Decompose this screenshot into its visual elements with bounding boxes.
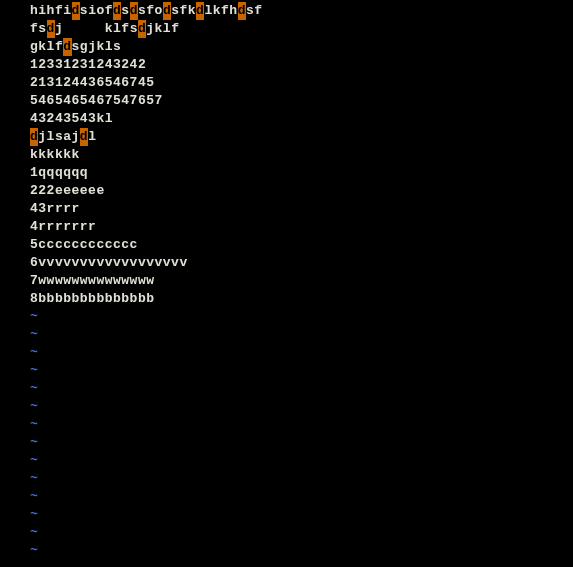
text-segment: 222eeeeee (30, 183, 105, 198)
editor-line[interactable]: kkkkkk (0, 146, 573, 164)
editor-line[interactable]: 6vvvvvvvvvvvvvvvvvv (0, 254, 573, 272)
text-segment: lkfh (204, 3, 237, 18)
tilde-marker: ~ (30, 417, 38, 432)
empty-line: ~ (0, 434, 573, 452)
editor-line[interactable]: 7wwwwwwwwwwwwww (0, 272, 573, 290)
empty-line: ~ (0, 506, 573, 524)
text-segment: 12331231243242 (30, 57, 146, 72)
search-highlight: d (238, 2, 246, 20)
text-segment: jklf (146, 21, 179, 36)
empty-line: ~ (0, 380, 573, 398)
text-segment: 1qqqqqq (30, 165, 88, 180)
empty-line: ~ (0, 344, 573, 362)
text-segment: hihfi (30, 3, 72, 18)
tilde-marker: ~ (30, 525, 38, 540)
editor-line[interactable]: fsdj klfsdjklf (0, 20, 573, 38)
tilde-marker: ~ (30, 327, 38, 342)
text-segment: jlsaj (38, 129, 80, 144)
text-segment: 4rrrrrrr (30, 219, 96, 234)
tilde-marker: ~ (30, 471, 38, 486)
text-segment: 5465465467547657 (30, 93, 163, 108)
text-segment: 8bbbbbbbbbbbbbb (30, 291, 155, 306)
search-highlight: d (138, 20, 146, 38)
editor-line[interactable]: 1qqqqqq (0, 164, 573, 182)
text-segment: sfk (171, 3, 196, 18)
tilde-marker: ~ (30, 507, 38, 522)
text-segment: j klfs (55, 21, 138, 36)
editor-line[interactable]: gklfdsgjkls (0, 38, 573, 56)
search-highlight: d (163, 2, 171, 20)
editor-line[interactable]: 5465465467547657 (0, 92, 573, 110)
editor-line[interactable]: djlsajdl (0, 128, 573, 146)
text-segment: 213124436546745 (30, 75, 155, 90)
editor-line[interactable]: 43243543kl (0, 110, 573, 128)
tilde-marker: ~ (30, 489, 38, 504)
editor-empty-lines-area: ~~~~~~~~~~~~~~ (0, 308, 573, 560)
tilde-marker: ~ (30, 399, 38, 414)
text-segment: sf (246, 3, 263, 18)
tilde-marker: ~ (30, 381, 38, 396)
tilde-marker: ~ (30, 363, 38, 378)
editor-line[interactable]: 213124436546745 (0, 74, 573, 92)
search-highlight: d (130, 2, 138, 20)
empty-line: ~ (0, 542, 573, 560)
text-editor-viewport[interactable]: hihfidsiofdsdsfodsfkdlkfhdsffsdj klfsdjk… (0, 0, 573, 560)
text-segment: kkkkkk (30, 147, 80, 162)
text-segment: s (121, 3, 129, 18)
tilde-marker: ~ (30, 453, 38, 468)
search-highlight: d (72, 2, 80, 20)
text-segment: sgjkls (72, 39, 122, 54)
text-segment: 6vvvvvvvvvvvvvvvvvv (30, 255, 188, 270)
text-segment: siof (80, 3, 113, 18)
tilde-marker: ~ (30, 543, 38, 558)
editor-line[interactable]: 43rrrr (0, 200, 573, 218)
empty-line: ~ (0, 488, 573, 506)
empty-line: ~ (0, 416, 573, 434)
editor-line[interactable]: 222eeeeee (0, 182, 573, 200)
text-segment: 43243543kl (30, 111, 113, 126)
empty-line: ~ (0, 326, 573, 344)
editor-line[interactable]: 4rrrrrrr (0, 218, 573, 236)
empty-line: ~ (0, 308, 573, 326)
tilde-marker: ~ (30, 345, 38, 360)
text-segment: l (88, 129, 96, 144)
empty-line: ~ (0, 452, 573, 470)
tilde-marker: ~ (30, 309, 38, 324)
text-segment: 5cccccccccccc (30, 237, 138, 252)
text-segment: gklf (30, 39, 63, 54)
editor-line[interactable]: 8bbbbbbbbbbbbbb (0, 290, 573, 308)
text-segment: 43rrrr (30, 201, 80, 216)
tilde-marker: ~ (30, 435, 38, 450)
search-highlight: d (63, 38, 71, 56)
text-segment: 7wwwwwwwwwwwwww (30, 273, 155, 288)
editor-line[interactable]: 5cccccccccccc (0, 236, 573, 254)
editor-line[interactable]: 12331231243242 (0, 56, 573, 74)
empty-line: ~ (0, 362, 573, 380)
search-highlight: d (47, 20, 55, 38)
editor-content-area[interactable]: hihfidsiofdsdsfodsfkdlkfhdsffsdj klfsdjk… (0, 2, 573, 308)
editor-line[interactable]: hihfidsiofdsdsfodsfkdlkfhdsf (0, 2, 573, 20)
empty-line: ~ (0, 524, 573, 542)
empty-line: ~ (0, 398, 573, 416)
search-highlight: d (80, 128, 88, 146)
text-segment: sfo (138, 3, 163, 18)
empty-line: ~ (0, 470, 573, 488)
text-segment: fs (30, 21, 47, 36)
